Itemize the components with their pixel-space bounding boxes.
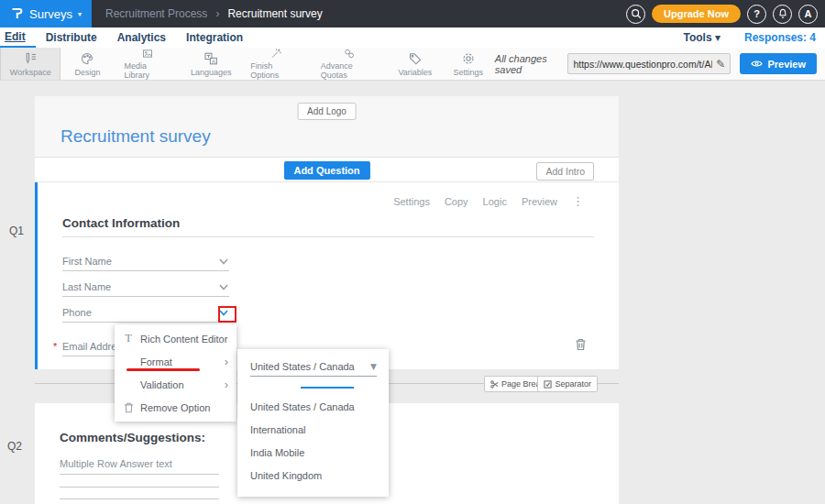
question-number-q1: Q1 [9, 225, 24, 237]
breadcrumb: Recruitment Process › Recruitment survey [105, 7, 323, 20]
phone-format-select[interactable]: United States / Canada ▼ [250, 357, 377, 377]
edit-url-pencil-icon[interactable]: ✎ [716, 58, 725, 71]
format-option-international[interactable]: International [250, 424, 306, 435]
add-intro-button[interactable]: Add Intro [536, 162, 594, 181]
variables-tag-icon [408, 51, 423, 66]
menu-item-remove-option[interactable]: Remove Option [115, 396, 236, 419]
responses-count-link[interactable]: Responses: 4 [744, 31, 816, 44]
navbar-actions: Upgrade Now ? A [626, 5, 825, 24]
scissors-icon [490, 380, 499, 389]
menu-item-rich-content-editor[interactable]: T Rich Content Editor [115, 327, 236, 350]
question-logic-link[interactable]: Logic [483, 196, 507, 207]
help-label: ? [754, 8, 760, 19]
question-copy-link[interactable]: Copy [445, 196, 468, 207]
field-label-last-name: Last Name [62, 281, 111, 292]
separator-button[interactable]: Separator [537, 376, 598, 392]
toolbar-item-workspace[interactable]: Workspace [0, 48, 60, 80]
chevron-down-icon[interactable] [218, 281, 229, 292]
answer-line[interactable] [60, 487, 219, 488]
remove-option-label: Remove Option [140, 402, 210, 413]
top-navbar: Surveys ▾ Recruitment Process › Recruitm… [0, 0, 825, 27]
trash-icon [123, 402, 134, 413]
advance-quotas-label: Advance Quotas [321, 61, 379, 80]
rich-content-editor-label: Rich Content Editor [140, 334, 227, 345]
validation-label: Validation [140, 379, 184, 390]
media-library-icon [140, 48, 155, 60]
surveys-label: Surveys [29, 7, 72, 21]
tab-integration[interactable]: Integration [176, 27, 253, 48]
field-row-last-name[interactable]: Last Name [62, 278, 229, 297]
question-more-menu-icon[interactable]: ⋮ [572, 194, 584, 208]
toolbar-item-design[interactable]: Design [60, 48, 114, 80]
languages-label: Languages [191, 68, 232, 77]
answer-line[interactable] [60, 474, 219, 475]
tabbar-right: Tools ▾ Responses: 4 [684, 27, 825, 48]
app-window: Surveys ▾ Recruitment Process › Recruitm… [0, 0, 825, 504]
format-option-us-canada[interactable]: United States / Canada [250, 401, 355, 412]
eye-icon [751, 58, 763, 70]
format-label: Format [140, 356, 172, 367]
finish-options-wand-icon [269, 48, 283, 60]
design-palette-icon [80, 51, 94, 66]
toolbar-item-variables[interactable]: Variables [389, 48, 442, 80]
settings-gear-icon [461, 51, 476, 66]
survey-url-field[interactable]: https://www.questionpro.com/t/APNrFZ ✎ [567, 53, 731, 74]
question-preview-link[interactable]: Preview [522, 196, 557, 207]
chevron-down-icon-active[interactable] [218, 307, 229, 318]
help-button[interactable]: ? [747, 5, 766, 24]
required-asterisk: * [53, 341, 57, 352]
toolbar-right: All changes saved https://www.questionpr… [495, 48, 825, 80]
preview-button[interactable]: Preview [740, 53, 817, 74]
survey-url-text[interactable]: https://www.questionpro.com/t/APNrFZ [573, 59, 712, 70]
languages-icon: A [204, 51, 218, 66]
menu-item-validation[interactable]: Validation › [115, 373, 236, 396]
question-actions: Settings Copy Logic Preview ⋮ [393, 194, 584, 208]
workspace-label: Workspace [10, 68, 51, 77]
breadcrumb-current: Recruitment survey [227, 7, 322, 20]
breadcrumb-separator: › [215, 7, 219, 20]
toolbar-item-languages[interactable]: A Languages [182, 48, 240, 80]
search-button[interactable] [626, 5, 645, 24]
surveys-product-menu[interactable]: Surveys ▾ [0, 0, 92, 27]
answer-line[interactable] [60, 499, 219, 499]
bell-icon [777, 8, 788, 19]
question-settings-link[interactable]: Settings [393, 196, 430, 207]
toolbar-item-media-library[interactable]: Media Library [114, 48, 182, 80]
toolbar-item-settings[interactable]: Settings [442, 48, 495, 80]
chevron-down-icon[interactable] [218, 256, 229, 267]
media-library-label: Media Library [124, 61, 171, 80]
tab-analytics[interactable]: Analytics [107, 27, 176, 48]
toolbar-item-finish-options[interactable]: Finish Options [240, 48, 310, 80]
breadcrumb-parent[interactable]: Recruitment Process [105, 7, 207, 20]
field-row-phone[interactable]: Phone [62, 303, 229, 323]
add-question-button[interactable]: Add Question [283, 161, 369, 180]
select-caret-icon: ▼ [370, 362, 377, 371]
question-title-underline [62, 236, 594, 237]
multirow-answer-placeholder: Multiple Row Answer text [60, 458, 172, 469]
workspace-icon [23, 51, 38, 66]
toolbar-item-advance-quotas[interactable]: Advance Quotas [311, 48, 389, 80]
notifications-button[interactable] [773, 5, 792, 24]
question-number-q2: Q2 [7, 440, 22, 453]
option-context-menu: T Rich Content Editor Format › Validatio… [115, 324, 236, 422]
delete-option-button[interactable] [575, 338, 587, 355]
format-option-india-mobile[interactable]: India Mobile [250, 447, 304, 458]
format-option-united-kingdom[interactable]: United Kingdom [250, 470, 322, 481]
field-label-phone: Phone [62, 307, 92, 318]
finish-options-label: Finish Options [250, 61, 300, 80]
upgrade-now-button[interactable]: Upgrade Now [652, 5, 741, 23]
menu-item-format[interactable]: Format › [115, 350, 236, 373]
tab-edit[interactable]: Edit [0, 27, 36, 48]
survey-action-row: Add Question Add Intro [35, 158, 619, 182]
separator-box-icon [544, 380, 552, 389]
add-logo-button[interactable]: Add Logo [297, 103, 357, 120]
question-title-q1[interactable]: Contact Information [62, 216, 180, 230]
tools-menu[interactable]: Tools ▾ [684, 31, 720, 44]
question-title-q2[interactable]: Comments/Suggestions: [60, 431, 205, 444]
survey-title[interactable]: Recruitment survey [60, 126, 211, 147]
account-avatar[interactable]: A [798, 5, 818, 24]
tab-distribute[interactable]: Distribute [36, 27, 107, 48]
field-row-first-name[interactable]: First Name [62, 252, 229, 271]
survey-header: Add Logo Recruitment survey [35, 96, 619, 158]
format-submenu-panel: United States / Canada ▼ United States /… [237, 349, 389, 497]
